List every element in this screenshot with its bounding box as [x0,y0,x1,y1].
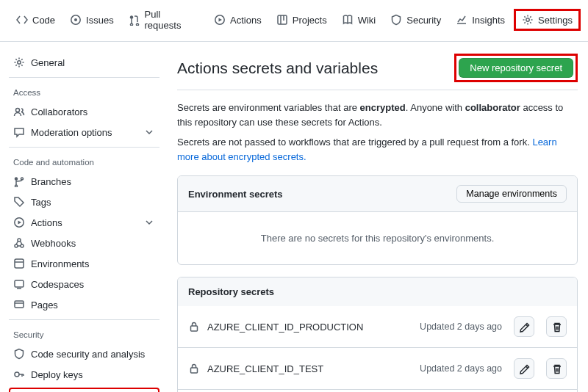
environment-secrets-empty: There are no secrets for this repository… [178,212,577,264]
chevron-down-icon [143,126,155,138]
tab-insights[interactable]: Insights [450,11,511,29]
repository-secrets-header: Repository secrets [188,286,274,297]
shield-icon [390,14,402,26]
secret-row: AZURE_CLIENT_ID_TESTUpdated 2 days ago [178,347,577,389]
new-secret-highlight: New repository secret [454,54,578,82]
page-title: Actions secrets and variables [177,59,378,77]
sidebar-general[interactable]: General [9,52,159,73]
delete-secret-button[interactable] [546,358,567,379]
tab-issues[interactable]: Issues [64,11,120,29]
pull-request-icon [129,14,140,26]
comment-icon [13,126,25,138]
intro-text-2: Secrets are not passed to workflows that… [177,135,578,164]
secret-name: AZURE_CLIENT_ID_PRODUCTION [207,322,412,333]
play-icon [214,14,226,26]
gear-icon [522,14,534,26]
sidebar-branches[interactable]: Branches [9,171,159,192]
sidebar-group-security: Security [9,320,159,344]
codespaces-icon [13,278,25,290]
pencil-icon [519,363,530,374]
edit-secret-button[interactable] [514,358,534,379]
tab-pull-requests[interactable]: Pull requests [123,6,205,34]
repository-secrets-panel: Repository secrets AZURE_CLIENT_ID_PRODU… [177,277,578,392]
sidebar-moderation[interactable]: Moderation options [9,122,159,142]
sidebar-group-automation: Code and automation [9,148,159,171]
gear-icon [13,57,25,68]
book-icon [342,14,354,26]
lock-icon [188,321,200,333]
environment-secrets-panel: Environment secrets Manage environments … [177,175,578,265]
trash-icon [551,322,562,333]
repo-tabs: Code Issues Pull requests Actions Projec… [0,0,588,42]
lock-icon [188,363,200,374]
main-content: Actions secrets and variables New reposi… [165,42,588,392]
chevron-down-icon [143,217,155,228]
environment-secrets-header: Environment secrets [188,189,283,200]
tab-security[interactable]: Security [384,11,447,29]
people-icon [13,106,25,117]
tab-actions[interactable]: Actions [208,11,268,29]
intro-text-1: Secrets are environment variables that a… [177,101,578,129]
manage-environments-button[interactable]: Manage environments [456,185,567,203]
issues-icon [70,14,82,26]
sidebar-deploy-keys[interactable]: Deploy keys [9,364,159,385]
sidebar-environments[interactable]: Environments [9,253,159,274]
secret-name: AZURE_CLIENT_ID_TEST [207,363,412,374]
new-repository-secret-button[interactable]: New repository secret [459,58,573,78]
graph-icon [456,14,467,26]
pencil-icon [519,322,530,333]
delete-secret-button[interactable] [546,316,567,337]
sidebar-tags[interactable]: Tags [9,192,159,212]
branch-icon [13,175,25,187]
sidebar-collaborators[interactable]: Collaborators [9,101,159,122]
sidebar-actions[interactable]: Actions [9,212,159,233]
sidebar-group-access: Access [9,78,159,101]
trash-icon [551,363,562,374]
sidebar-secrets-highlight: Secrets and variables Actions [9,388,159,392]
tab-projects[interactable]: Projects [270,11,333,29]
code-icon [16,14,28,26]
secret-row: AZURE_CLIENT_ID_PRODUCTIONUpdated 2 days… [178,306,577,347]
shield-icon [13,348,25,360]
tag-icon [13,196,25,208]
secret-row: AZURE_SUBSCRIPTION_IDUpdated 2 days ago [178,389,577,392]
sidebar-codespaces[interactable]: Codespaces [9,274,159,294]
secret-updated: Updated 2 days ago [420,322,502,332]
environment-icon [13,258,25,269]
tab-wiki[interactable]: Wiki [336,11,382,29]
project-icon [276,14,288,26]
key-icon [13,369,25,380]
edit-secret-button[interactable] [514,316,534,337]
pages-icon [13,299,25,311]
tab-settings[interactable]: Settings [514,9,581,31]
tab-code[interactable]: Code [10,11,61,29]
settings-sidebar: General Access Collaborators Moderation … [0,42,165,392]
sidebar-webhooks[interactable]: Webhooks [9,233,159,253]
webhook-icon [13,237,25,249]
sidebar-code-security[interactable]: Code security and analysis [9,344,159,364]
sidebar-pages[interactable]: Pages [9,294,159,315]
secret-updated: Updated 2 days ago [420,363,502,374]
play-icon [13,217,25,228]
